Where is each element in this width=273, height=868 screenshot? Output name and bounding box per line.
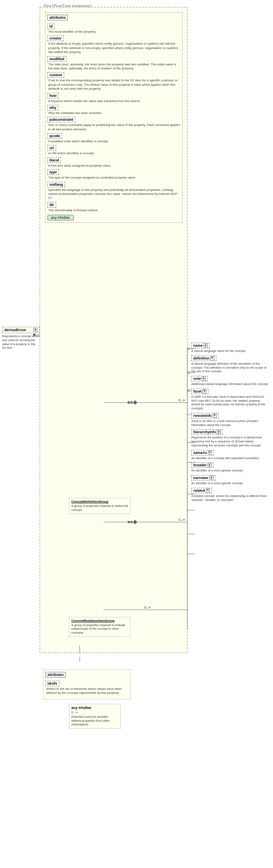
- field-name-qcode: qcode: [47, 133, 62, 139]
- remoteinfo-plus-icon: +: [213, 414, 217, 418]
- derived-from-plus: +: [33, 328, 37, 332]
- field-desc-qcode: A qualified code which identifies a conc…: [48, 139, 180, 143]
- right-field-related: related + A related concept, where the r…: [191, 488, 269, 502]
- field-desc-pubconstraint: One or many constraints apply to publish…: [48, 123, 180, 132]
- field-name-xmllang: xmllang: [47, 182, 65, 187]
- right-field-sameas-desc: An identifier of a concept with equivale…: [191, 456, 269, 460]
- field-desc-creator: If the attribute is empty, specifies whi…: [48, 42, 180, 54]
- field-name-uri: uri: [47, 145, 56, 151]
- bottom-field-idrefs: idrefs Refers to the ids of elements whi…: [45, 681, 128, 695]
- concept-def-group-box: ConceptDefinitionGroup A group of proper…: [69, 498, 131, 514]
- field-desc-xmllang: Specifies the language of this property …: [48, 188, 180, 200]
- field-desc-id: The local identifier of the property.: [48, 30, 180, 34]
- field-name-id: id: [47, 24, 55, 29]
- any-other-bottom-box: any ##other 0...∞ Extension point for pr…: [69, 704, 121, 729]
- field-name-custom: custom: [47, 72, 64, 78]
- field-custom: custom If set to true the corresponding …: [47, 72, 180, 91]
- right-field-definition: definition + A natural language definiti…: [191, 355, 269, 373]
- note-plus-icon: +: [202, 377, 206, 381]
- main-container: 0..∞ 0..∞ 0..∞: [0, 0, 273, 868]
- bottom-attributes-label: attributes: [45, 672, 66, 678]
- right-field-remoteinfo-desc: A link to an item or a web resource whic…: [191, 419, 269, 427]
- field-literal: literal A free-text value assigned as pr…: [47, 157, 180, 168]
- field-modified: modified The date (and, optionally, the …: [47, 56, 180, 71]
- field-dir: dir The directionality of textual conten…: [47, 202, 180, 212]
- svg-point-32: [187, 389, 190, 392]
- attributes-box: attributes id The local identifier of th…: [45, 12, 183, 223]
- field-desc-why: Why the metadata has been included.: [48, 111, 180, 115]
- concept-rel-group-desc: A group of properties required to indica…: [71, 623, 128, 635]
- right-field-name: name + A natural language name for the c…: [191, 343, 269, 353]
- field-name-creator: creator: [47, 35, 64, 41]
- bottom-field-name-idrefs: idrefs: [45, 681, 59, 686]
- field-how: how A keyword which means the value was …: [47, 93, 180, 103]
- right-field-remoteinfo: remoteInfo + A link to an item or a web …: [191, 413, 269, 427]
- right-field-facet: facet + In NAR 1.8 and later, facet is d…: [191, 389, 269, 410]
- concept-rel-group-box: ConceptRelationshipsGroup A group of pro…: [69, 617, 131, 637]
- concept-rel-group-label: ConceptRelationshipsGroup: [71, 619, 128, 623]
- concept-def-group-label: ConceptDefinitionGroup: [71, 500, 128, 503]
- spacer-1: [45, 227, 183, 498]
- field-desc-literal: A free-text value assigned as property v…: [48, 164, 180, 168]
- facet-plus-icon: +: [202, 389, 206, 393]
- field-desc-modified: The date (and, optionally, the time) whe…: [48, 63, 180, 71]
- spacer-2: [45, 517, 183, 617]
- field-type: type The type of the concept assigned as…: [47, 169, 180, 180]
- right-field-facet-desc: In NAR 1.8 and later, facet is deprecate…: [191, 395, 269, 410]
- right-field-narrower: narrower + An identifier of a more speci…: [191, 475, 269, 485]
- field-name-pubconstraint: pubconstraint: [47, 117, 75, 122]
- field-qcode: qcode A qualified code which identifies …: [47, 133, 180, 143]
- field-desc-custom: If set to true the corresponding propert…: [48, 79, 180, 91]
- field-why: why Why the metadata has been included.: [47, 105, 180, 115]
- right-field-note: note + Additional natural language infor…: [191, 376, 269, 386]
- derived-from-label: derivedFrom: [4, 328, 26, 332]
- definition-plus-icon: +: [210, 356, 214, 360]
- field-name-type: type: [47, 169, 59, 175]
- any-other-bottom-multiplicity: 0...∞: [71, 711, 118, 714]
- right-field-narrower-desc: An identifier of a more specific concept…: [191, 481, 269, 485]
- name-plus-icon: +: [204, 344, 208, 348]
- field-name-modified: modified: [47, 56, 67, 62]
- derived-from-desc: Represents a concept which was used for …: [2, 334, 40, 350]
- narrower-plus-icon: +: [210, 476, 214, 480]
- field-id: id The local identifier of the property.: [47, 24, 180, 34]
- right-field-related-desc: A related concept, where the relationshi…: [191, 494, 269, 502]
- field-name-literal: literal: [47, 157, 61, 163]
- title-text: Flex1PropType (extension): [44, 4, 92, 8]
- field-creator: creator If the attribute is empty, speci…: [47, 35, 180, 54]
- svg-point-31: [187, 371, 190, 374]
- derived-from-container: derivedFrom + Represents a concept which…: [2, 327, 40, 350]
- any-other-bottom-desc: Extension point for provider-defined pro…: [71, 715, 118, 727]
- field-desc-type: The type of the concept assigned as cont…: [48, 176, 180, 180]
- right-field-broader-desc: An identifier of a more generic concept.: [191, 469, 269, 473]
- bottom-attributes-container: attributes idrefs Refers to the ids of e…: [43, 670, 131, 699]
- svg-point-30: [187, 348, 190, 350]
- related-plus-icon: +: [206, 489, 210, 493]
- field-uri: uri A URI which identifies a concept.: [47, 145, 180, 155]
- concept-def-group-desc: A group of properties required to define…: [71, 504, 128, 512]
- sameas-plus-icon: +: [208, 451, 212, 455]
- field-xmllang: xmllang Specifies the language of this p…: [47, 182, 180, 200]
- field-name-why: why: [47, 105, 59, 110]
- field-name-dir: dir: [47, 202, 56, 208]
- right-field-hierarchyinfo: hierarchyInfo + Represents the position …: [191, 429, 269, 447]
- right-field-sameas: sameAs + An identifier of a concept with…: [191, 450, 269, 460]
- broader-plus-icon: +: [208, 463, 212, 467]
- attributes-label: attributes: [47, 15, 68, 20]
- field-name-how: how: [47, 93, 59, 98]
- field-desc-dir: The directionality of textual content.: [48, 208, 180, 212]
- right-section: name + A natural language name for the c…: [191, 343, 269, 504]
- field-desc-how: A keyword which means the value was extr…: [48, 99, 180, 103]
- derived-from-box: derivedFrom +: [2, 327, 40, 333]
- field-desc-uri: A URI which identifies a concept.: [48, 151, 180, 155]
- hierarchyinfo-plus-icon: +: [217, 430, 221, 434]
- bottom-field-desc-idrefs: Refers to the ids of elements which valu…: [46, 687, 128, 695]
- any-other-text: any ##other: [47, 215, 74, 220]
- right-field-broader: broader + An identifier of a more generi…: [191, 462, 269, 473]
- outer-box-content: attributes id The local identifier of th…: [43, 10, 185, 734]
- right-field-hierarchyinfo-desc: Represents the position of a concept in …: [191, 436, 269, 447]
- right-field-definition-desc: A natural language definition of the sem…: [191, 362, 269, 373]
- any-other-bottom-label: any ##other: [71, 706, 92, 710]
- right-field-note-desc: Additional natural language information …: [191, 382, 269, 386]
- right-field-name-desc: A natural language name for the concept.: [191, 349, 269, 353]
